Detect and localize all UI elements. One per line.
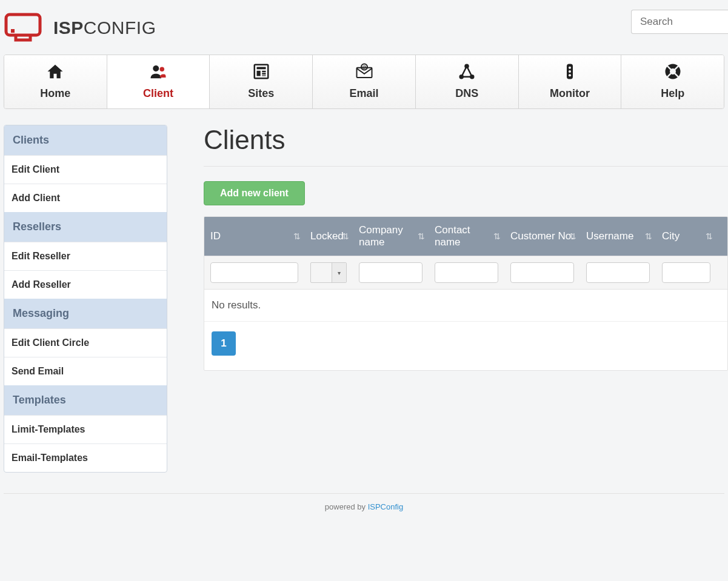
traffic-light-icon [561, 62, 579, 84]
sort-icon: ⇅ [493, 231, 501, 241]
svg-point-19 [569, 74, 571, 76]
column-label: Contact name [435, 224, 498, 248]
column-label: ID [210, 230, 221, 242]
svg-rect-7 [262, 71, 265, 73]
divider [204, 166, 728, 167]
svg-point-2 [153, 65, 159, 71]
no-results: No results. [204, 290, 727, 321]
nav-client[interactable]: Client [107, 55, 210, 108]
column-label: City [662, 230, 680, 242]
column-city[interactable]: City ⇅ [656, 217, 716, 256]
brand-text: ISPCONFIG [53, 18, 156, 38]
sidebar-item-edit-client-circle[interactable]: Edit Client Circle [4, 328, 167, 357]
newspaper-icon [252, 62, 270, 84]
share-nodes-icon [458, 62, 476, 84]
sidebar-header-resellers: Resellers [4, 212, 167, 242]
sidebar-item-limit-templates[interactable]: Limit-Templates [4, 415, 167, 443]
svg-rect-5 [256, 67, 265, 70]
filter-username[interactable] [586, 262, 650, 283]
nav-label: DNS [455, 87, 478, 100]
nav-monitor[interactable]: Monitor [519, 55, 622, 108]
filter-customer-no[interactable] [510, 262, 574, 283]
footer: powered by ISPConfig [4, 493, 724, 536]
sidebar-item-email-templates[interactable]: Email-Templates [4, 443, 167, 472]
column-username[interactable]: Username ⇅ [580, 217, 656, 256]
sort-icon: ⇅ [342, 231, 349, 241]
help-ring-icon [664, 62, 682, 84]
add-new-client-button[interactable]: Add new client [204, 181, 305, 205]
table-filter-row: ▾ [204, 256, 727, 290]
pager: 1 [204, 321, 727, 370]
filter-city[interactable] [662, 262, 710, 283]
filter-company-name[interactable] [359, 262, 422, 283]
table-header-row: ID ⇅ Locked ⇅ Company name ⇅ Contact nam… [204, 217, 727, 256]
footer-text: powered by [325, 502, 368, 511]
nav-label: Help [661, 87, 684, 100]
nav-label: Client [143, 87, 173, 100]
column-customer-no[interactable]: Customer No. ⇅ [504, 217, 580, 256]
brand-logo[interactable]: ISPCONFIG [4, 12, 156, 44]
filter-id[interactable] [210, 262, 298, 283]
nav-label: Sites [248, 87, 274, 100]
svg-rect-4 [255, 65, 269, 79]
nav-home[interactable]: Home [4, 55, 107, 108]
home-icon [46, 62, 64, 84]
nav-help[interactable]: Help [621, 55, 724, 108]
sort-icon: ⇅ [645, 231, 652, 241]
clients-table: ID ⇅ Locked ⇅ Company name ⇅ Contact nam… [204, 216, 728, 371]
sort-icon: ⇅ [569, 231, 576, 241]
sidebar-item-add-client[interactable]: Add Client [4, 184, 167, 212]
sidebar: Clients Edit Client Add Client Resellers… [4, 125, 167, 473]
nav-label: Email [350, 87, 379, 100]
svg-point-17 [569, 67, 571, 69]
main-nav: Home Client Sites @ Email DNS Monitor H [4, 55, 724, 109]
nav-email[interactable]: @ Email [313, 55, 416, 108]
footer-link[interactable]: ISPConfig [368, 502, 404, 511]
chevron-down-icon: ▾ [332, 263, 346, 282]
users-icon [149, 62, 167, 84]
sidebar-header-clients: Clients [4, 125, 167, 155]
sort-icon: ⇅ [418, 231, 425, 241]
filter-locked-select[interactable]: ▾ [310, 262, 347, 283]
sidebar-item-edit-client[interactable]: Edit Client [4, 155, 167, 184]
page-1-button[interactable]: 1 [212, 331, 236, 356]
nav-dns[interactable]: DNS [416, 55, 519, 108]
column-label: Locked [310, 230, 344, 242]
nav-label: Home [40, 87, 70, 100]
svg-text:@: @ [362, 64, 366, 70]
svg-rect-8 [262, 73, 265, 75]
monitor-icon [4, 12, 47, 44]
nav-label: Monitor [550, 87, 590, 100]
sidebar-item-edit-reseller[interactable]: Edit Reseller [4, 242, 167, 270]
svg-rect-1 [11, 29, 15, 33]
column-locked[interactable]: Locked ⇅ [304, 217, 353, 256]
svg-rect-6 [256, 71, 260, 76]
sidebar-header-messaging: Messaging [4, 299, 167, 328]
sort-icon: ⇅ [706, 231, 713, 241]
column-label: Company name [359, 224, 422, 248]
page-title: Clients [204, 125, 728, 155]
column-label: Username [586, 230, 633, 242]
nav-sites[interactable]: Sites [210, 55, 313, 108]
svg-point-18 [569, 70, 571, 73]
column-company-name[interactable]: Company name ⇅ [353, 217, 429, 256]
sidebar-item-add-reseller[interactable]: Add Reseller [4, 270, 167, 299]
sort-icon: ⇅ [293, 231, 301, 241]
sidebar-header-templates: Templates [4, 385, 167, 415]
svg-point-3 [160, 67, 165, 72]
search-input[interactable] [631, 10, 728, 34]
filter-contact-name[interactable] [435, 262, 498, 283]
column-label: Customer No. [510, 230, 574, 242]
sidebar-item-send-email[interactable]: Send Email [4, 357, 167, 385]
email-icon: @ [355, 62, 373, 84]
column-id[interactable]: ID ⇅ [204, 217, 304, 256]
svg-rect-9 [262, 75, 265, 76]
column-contact-name[interactable]: Contact name ⇅ [429, 217, 504, 256]
